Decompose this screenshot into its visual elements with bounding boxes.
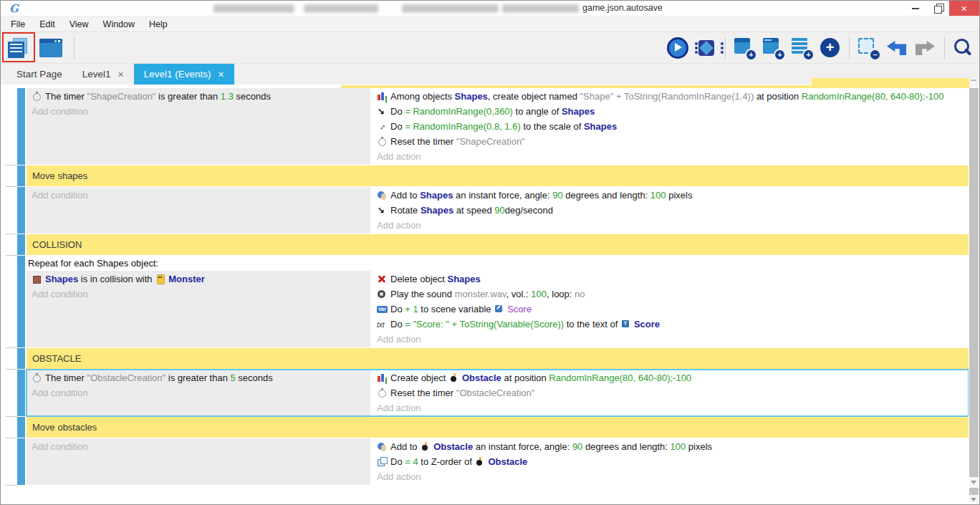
maximize-button[interactable] — [926, 1, 948, 16]
action-line[interactable]: Add to Obstacle an instant force, angle:… — [372, 439, 969, 454]
scrollbar-thumb-fragment[interactable] — [969, 488, 979, 495]
scroll-down-arrow-icon[interactable] — [971, 498, 976, 501]
angle-icon — [377, 107, 388, 116]
menu-edit[interactable]: Edit — [32, 19, 62, 29]
undo-icon[interactable] — [885, 37, 908, 59]
action-line[interactable]: Do = "Score: " + ToString(Variable(Score… — [372, 317, 969, 332]
text-segment: Rotate — [390, 205, 421, 216]
search-icon[interactable] — [952, 37, 975, 59]
add-action-button[interactable]: Add action — [372, 469, 969, 484]
action-line[interactable]: Do = RandomInRange(0,360) to angle of Sh… — [372, 104, 969, 119]
add-condition-button[interactable]: Add condition — [27, 104, 370, 119]
condition-line[interactable]: Shapes is in collision with Monster — [27, 271, 370, 287]
event-handle[interactable] — [17, 348, 25, 369]
scroll-down-arrow-icon[interactable] — [971, 481, 976, 484]
text-segment: at position — [501, 372, 549, 383]
comment-row[interactable]: OBSTACLE — [1, 348, 969, 369]
event-handle[interactable] — [17, 165, 25, 186]
redo-icon[interactable] — [914, 37, 937, 59]
comment-box[interactable]: Move shapes — [27, 165, 969, 186]
add-comment-icon[interactable] — [790, 37, 813, 59]
event-row[interactable]: Repeat for each Shapes object:Shapes is … — [1, 256, 969, 347]
remove-event-icon[interactable] — [857, 37, 880, 59]
text-segment: Delete object — [390, 274, 448, 284]
condition-line[interactable]: The timer "ShapeCreation" is greater tha… — [27, 89, 370, 104]
event-row[interactable]: The timer "ObstacleCreation" is greater … — [1, 370, 969, 416]
add-action-button[interactable]: Add action — [372, 218, 969, 233]
condition-line[interactable]: The timer "ObstacleCreation" is greater … — [27, 370, 370, 385]
scrollbar-thumb[interactable] — [969, 88, 979, 477]
debug-icon[interactable] — [695, 37, 718, 59]
menu-view[interactable]: View — [62, 19, 96, 29]
event-handle[interactable] — [17, 88, 25, 165]
text-segment: pixels — [666, 190, 693, 201]
sound-icon — [377, 289, 388, 299]
event-handle[interactable] — [17, 417, 25, 438]
close-button[interactable] — [949, 1, 979, 16]
toolbar-separator — [725, 37, 726, 59]
comment-label: COLLISION — [32, 239, 82, 250]
event-columns: The timer "ShapeCreation" is greater tha… — [27, 88, 969, 165]
obstacle-icon — [420, 442, 431, 451]
event-handle[interactable] — [17, 370, 25, 416]
comment-box[interactable]: OBSTACLE — [27, 348, 969, 369]
event-row[interactable]: Add conditionAdd to Shapes an instant fo… — [1, 187, 969, 234]
action-line[interactable]: Among objects Shapes, create object name… — [372, 89, 969, 104]
text-segment: Add to — [390, 441, 420, 452]
menu-help[interactable]: Help — [142, 19, 175, 29]
minimize-button[interactable] — [905, 1, 926, 16]
event-handle[interactable] — [17, 438, 25, 485]
menu-file[interactable]: File — [4, 19, 32, 29]
action-line[interactable]: Add to Shapes an instant force, angle: 9… — [372, 188, 969, 203]
comment-box[interactable]: Move obstacles — [27, 417, 969, 438]
add-subevent-icon[interactable] — [762, 37, 784, 59]
add-condition-button[interactable]: Add condition — [27, 188, 370, 203]
tab-close-icon[interactable] — [118, 69, 124, 80]
comment-row[interactable]: Move obstacles — [1, 417, 969, 438]
event-body: Add conditionAdd to Shapes an instant fo… — [27, 187, 969, 234]
event-columns: The timer "ObstacleCreation" is greater … — [27, 370, 969, 416]
vertical-scrollbar[interactable] — [969, 78, 979, 504]
text-segment: seconds — [236, 372, 273, 383]
action-line[interactable]: Rotate Shapes at speed 90deg/second — [372, 203, 969, 218]
actions-column: Add to Shapes an instant force, angle: 9… — [370, 187, 969, 234]
action-line[interactable]: Do = RandomInRange(0.8, 1.6) to the scal… — [372, 119, 969, 134]
add-action-button[interactable]: Add action — [372, 400, 969, 415]
comment-row[interactable]: COLLISION — [1, 234, 969, 255]
tab-level1-events[interactable]: Level1 (Events) — [134, 64, 234, 85]
event-handle[interactable] — [17, 234, 25, 255]
text-segment: to the text of — [564, 319, 620, 330]
action-line[interactable]: Do + 1 to scene variable Score — [372, 302, 969, 317]
text-segment: deg/second — [505, 205, 553, 216]
menu-window[interactable]: Window — [96, 19, 142, 29]
tab-close-icon[interactable] — [218, 69, 224, 80]
timer-icon — [32, 92, 42, 101]
add-condition-button[interactable]: Add condition — [27, 385, 370, 400]
text-segment: "Shape" + ToString(RandomInRange(1,4)) — [580, 91, 754, 102]
add-action-button[interactable]: Add action — [372, 149, 969, 164]
scene-editor-icon[interactable] — [39, 37, 62, 59]
add-condition-button[interactable]: Add condition — [27, 287, 370, 302]
action-line[interactable]: Reset the timer "ShapeCreation" — [372, 134, 969, 149]
action-line[interactable]: Reset the timer "ObstacleCreation" — [372, 385, 969, 400]
add-condition-button[interactable]: Add condition — [27, 439, 370, 454]
event-handle[interactable] — [17, 256, 25, 347]
partial-comment-row — [341, 85, 969, 88]
action-line[interactable]: Create object Obstacle at position Rando… — [372, 370, 969, 385]
add-circle-icon[interactable] — [819, 37, 842, 59]
action-line[interactable]: Delete object Shapes — [372, 271, 969, 287]
comment-box[interactable]: COLLISION — [27, 234, 969, 255]
tab-start-page[interactable]: Start Page — [6, 64, 72, 85]
play-icon[interactable] — [666, 37, 689, 59]
comment-row[interactable]: Move shapes — [1, 165, 969, 186]
tab-level1[interactable]: Level1 — [72, 64, 134, 85]
zorder-icon — [377, 457, 388, 466]
event-row[interactable]: The timer "ShapeCreation" is greater tha… — [1, 88, 969, 165]
text-segment: Shapes — [455, 91, 488, 102]
add-action-button[interactable]: Add action — [372, 332, 969, 347]
add-event-icon[interactable] — [733, 37, 756, 59]
event-handle[interactable] — [17, 187, 25, 234]
action-line[interactable]: Play the sound monster.wav, vol.: 100, l… — [372, 287, 969, 302]
event-row[interactable]: Add conditionAdd to Obstacle an instant … — [1, 438, 969, 485]
action-line[interactable]: Do = 4 to Z-order of Obstacle — [372, 454, 969, 469]
